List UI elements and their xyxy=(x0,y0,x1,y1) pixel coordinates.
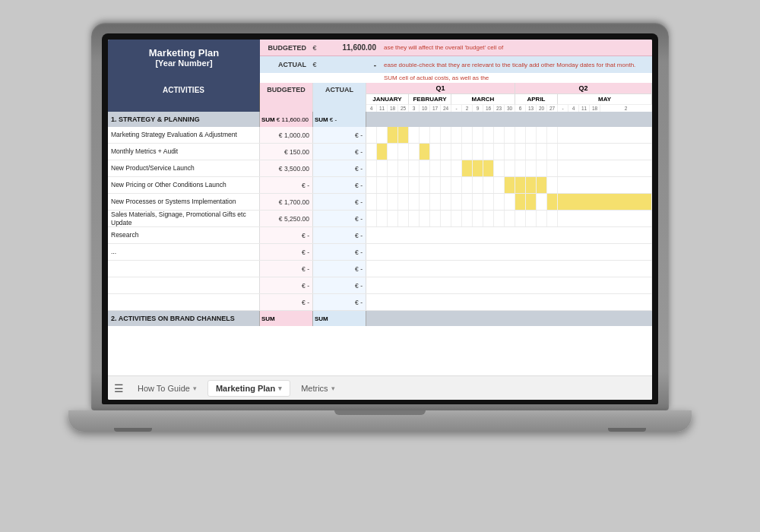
section2-actual: SUM xyxy=(313,311,366,326)
screen-bezel: Marketing Plan [Year Number] BUDGETED € … xyxy=(102,33,658,404)
budget-10: € - xyxy=(260,294,313,310)
c0-18 xyxy=(558,127,652,143)
c2-16 xyxy=(537,160,547,176)
c0-13 xyxy=(505,127,515,143)
activities-header: ACTIVITIES xyxy=(108,83,260,112)
actual-4: € - xyxy=(313,194,366,210)
c1-13 xyxy=(505,144,515,160)
w-feb2: 10 xyxy=(420,105,430,112)
c1-4 xyxy=(409,144,420,160)
w-feb4: 24 xyxy=(441,105,451,112)
w-may3: 18 xyxy=(590,105,600,112)
budget-actual-notice: BUDGETED € 11,600.00 ase they will affec… xyxy=(260,40,652,83)
tab-metrics[interactable]: Metrics ▾ xyxy=(293,381,342,396)
tab-metrics-label: Metrics xyxy=(301,384,328,393)
tab-metrics-arrow: ▾ xyxy=(331,385,335,392)
w-may4: 2 xyxy=(600,105,652,112)
tab-how-to-guide[interactable]: How To Guide ▾ xyxy=(130,381,204,396)
actual-0: € - xyxy=(313,127,366,143)
actual-2: € - xyxy=(313,160,366,176)
c1-6 xyxy=(430,144,441,160)
c3-14 xyxy=(515,177,526,193)
c4-0 xyxy=(366,194,377,210)
cal-2 xyxy=(366,160,652,176)
c2-14 xyxy=(515,160,526,176)
budget-3: € - xyxy=(260,177,313,193)
c2-0 xyxy=(366,160,377,176)
s1-sum-label: SUM xyxy=(261,116,275,123)
c4-8 xyxy=(451,194,462,210)
c0-10 xyxy=(473,127,483,143)
laptop-base xyxy=(68,410,692,432)
jan-header: JANUARY xyxy=(366,94,409,105)
activity-4: New Processes or Systems Implementation xyxy=(108,194,260,210)
header-section: Marketing Plan [Year Number] BUDGETED € … xyxy=(108,40,652,83)
c3-8 xyxy=(451,177,462,193)
spreadsheet: Marketing Plan [Year Number] BUDGETED € … xyxy=(108,40,652,400)
c3-10 xyxy=(473,177,483,193)
notice1: ase they will affect the overall 'budget… xyxy=(381,43,652,52)
hamburger-icon[interactable]: ☰ xyxy=(114,382,124,394)
budget-2: € 3,500.00 xyxy=(260,160,313,176)
c4-15 xyxy=(526,194,537,210)
tab-how-to-guide-arrow: ▾ xyxy=(193,385,197,392)
week-numbers-row: 4 11 18 25 3 10 17 24 - xyxy=(366,105,652,112)
c4-5 xyxy=(420,194,430,210)
c1-10 xyxy=(473,144,483,160)
activity-6: Research xyxy=(108,227,260,243)
c5-12 xyxy=(494,211,505,226)
c1-9 xyxy=(462,144,473,160)
notice3: SUM cell of actual costs, as well as the xyxy=(381,73,652,83)
laptop-feet xyxy=(114,428,646,432)
c1-3 xyxy=(398,144,409,160)
row-7: ... € - € - xyxy=(108,244,652,261)
c4-11 xyxy=(483,194,494,210)
tab-marketing-plan-label: Marketing Plan xyxy=(216,384,275,393)
w-may1: 4 xyxy=(568,105,579,112)
activity-0: Marketing Strategy Evaluation & Adjustme… xyxy=(108,127,260,143)
bottom-bar: ☰ How To Guide ▾ Marketing Plan ▾ Metric… xyxy=(108,375,652,400)
c5-7 xyxy=(441,211,451,226)
actual-1: € - xyxy=(313,144,366,160)
may-header: MAY xyxy=(558,94,652,105)
c1-14 xyxy=(515,144,526,160)
c7-all xyxy=(366,244,652,260)
c0-17 xyxy=(547,127,558,143)
c0-14 xyxy=(515,127,526,143)
c2-10 xyxy=(473,160,483,176)
row-0: Marketing Strategy Evaluation & Adjustme… xyxy=(108,127,652,144)
c0-4 xyxy=(409,127,420,143)
c3-9 xyxy=(462,177,473,193)
tab-marketing-plan[interactable]: Marketing Plan ▾ xyxy=(207,380,290,397)
c4-18 xyxy=(558,194,652,210)
c3-2 xyxy=(388,177,398,193)
feb-header: FEBRUARY xyxy=(409,94,451,105)
c1-2 xyxy=(388,144,398,160)
c1-11 xyxy=(483,144,494,160)
w-jan2: 11 xyxy=(377,105,388,112)
c5-1 xyxy=(377,211,388,226)
w-mar4: 23 xyxy=(494,105,505,112)
c1-18 xyxy=(558,144,652,160)
c5-0 xyxy=(366,211,377,226)
w-mar2: 9 xyxy=(473,105,483,112)
section2-row: 2. ACTIVITIES ON BRAND CHANNELS SUM SUM xyxy=(108,311,652,326)
budget-9: € - xyxy=(260,277,313,293)
row-9: € - € - xyxy=(108,277,652,294)
c4-17 xyxy=(547,194,558,210)
c1-8 xyxy=(451,144,462,160)
section1-calendar xyxy=(366,112,652,127)
w-mar0: - xyxy=(451,105,462,112)
cal-8 xyxy=(366,261,652,277)
cal-4 xyxy=(366,194,652,210)
c3-12 xyxy=(494,177,505,193)
row-8: € - € - xyxy=(108,261,652,277)
c3-13 xyxy=(505,177,515,193)
c2-8 xyxy=(451,160,462,176)
c5-11 xyxy=(483,211,494,226)
activity-5: Sales Materials, Signage, Promotional Gi… xyxy=(108,211,260,226)
row-6: Research € - € - xyxy=(108,227,652,244)
actual-value: - xyxy=(320,61,381,69)
section1-actual: SUM € - xyxy=(313,112,366,127)
c4-6 xyxy=(430,194,441,210)
